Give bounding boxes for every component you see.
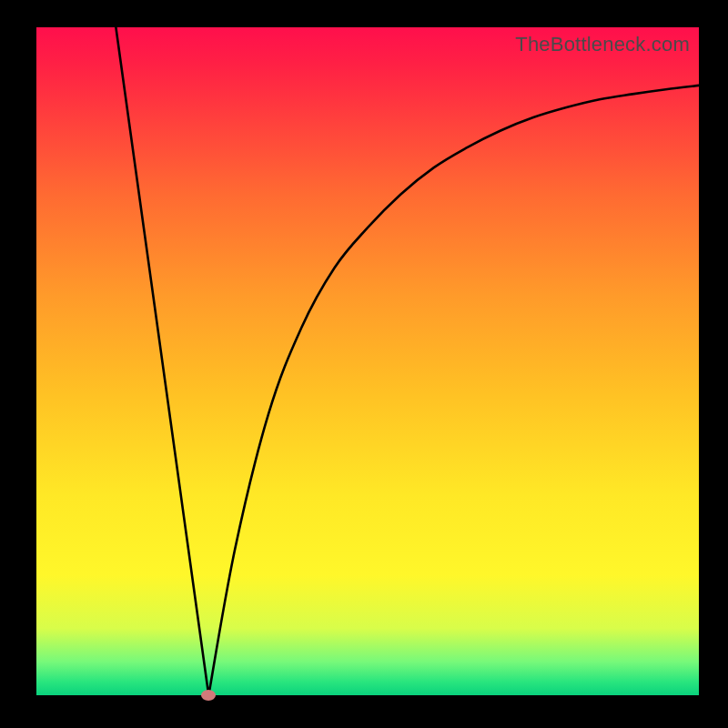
minimum-marker <box>201 690 216 701</box>
watermark-text: TheBottleneck.com <box>515 33 690 56</box>
chart-svg <box>36 27 699 695</box>
plot-area: TheBottleneck.com <box>36 27 699 695</box>
bottleneck-curve-path <box>116 27 699 695</box>
